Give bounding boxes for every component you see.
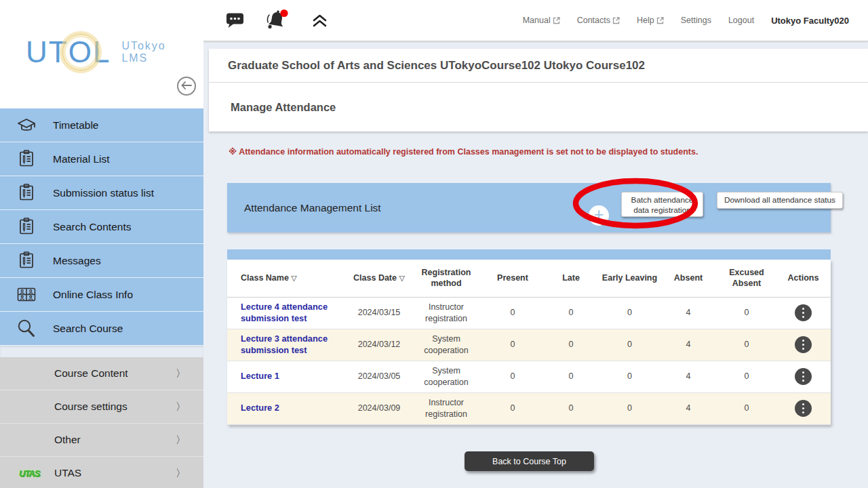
excused-absent-cell: 0 <box>717 329 776 361</box>
add-attendance-button[interactable]: + <box>589 205 609 226</box>
batch-attendance-registration-button[interactable]: Batch attendance data registration <box>621 192 703 217</box>
clipboard-icon <box>0 251 53 270</box>
sort-icon[interactable]: ▽ <box>399 274 404 282</box>
registration-method-cell: Instructor registration <box>409 392 484 424</box>
absent-cell: 4 <box>659 392 717 424</box>
sidebar-divider <box>0 346 203 357</box>
logo-text-o: O <box>68 35 93 69</box>
header-class-date[interactable]: Class Date ▽ <box>349 260 409 297</box>
external-link-icon <box>656 17 664 24</box>
sidebar-item-search-course[interactable]: Search Course <box>0 312 203 346</box>
class-date-cell: 2024/03/12 <box>349 329 409 361</box>
header-absent: Absent <box>659 260 717 297</box>
sidebar-item-submission-status-list[interactable]: Submission status list <box>0 176 203 210</box>
table-row: Lecture 4 attendance submission test 202… <box>227 297 831 329</box>
external-link-icon <box>612 17 620 24</box>
nav-manual-link[interactable]: Manual <box>523 16 560 25</box>
notifications-button[interactable] <box>264 9 292 32</box>
present-cell: 0 <box>484 361 542 392</box>
class-date-cell: 2024/03/05 <box>349 361 409 392</box>
class-date-cell: 2024/03/09 <box>349 392 409 424</box>
sidebar-item-label: Search Course <box>53 323 123 335</box>
main-area: Manual Contacts Help Settings Logout Uto… <box>203 0 868 488</box>
sidebar-item-label: Timetable <box>53 119 98 131</box>
sidebar-item-label: Online Class Info <box>53 289 133 301</box>
row-actions-button[interactable] <box>795 336 812 353</box>
class-name-link[interactable]: Lecture 4 attendance submission test <box>241 302 328 323</box>
back-to-course-top-button[interactable]: Back to Course Top <box>465 451 594 471</box>
chevron-right-icon: 〉 <box>176 467 186 480</box>
sidebar-item-material-list[interactable]: Material List <box>0 142 203 176</box>
video-grid-icon <box>0 287 53 302</box>
absent-cell: 4 <box>659 361 717 392</box>
header-early-leaving: Early Leaving <box>600 260 659 297</box>
sidebar-group-course-content[interactable]: Course Content 〉 <box>0 357 203 390</box>
late-cell: 0 <box>542 297 600 329</box>
header-class-name[interactable]: Class Name ▽ <box>227 260 349 297</box>
sidebar-group-other[interactable]: Other 〉 <box>0 424 203 457</box>
attendance-panel-header: Attendance Management List + Batch atten… <box>227 183 831 232</box>
logo-area: UTOL UTokyo LMS <box>0 0 203 108</box>
class-name-link[interactable]: Lecture 1 <box>241 371 279 381</box>
sidebar-item-label: Submission status list <box>53 187 154 199</box>
chevron-right-icon: 〉 <box>176 367 186 380</box>
class-date-cell: 2024/03/15 <box>349 297 409 329</box>
attendance-table: Class Name ▽ Class Date ▽ Registration m… <box>227 260 831 425</box>
clipboard-icon <box>0 184 53 202</box>
sidebar-item-search-contents[interactable]: Search Contents <box>0 210 203 244</box>
chevron-right-icon: 〉 <box>176 401 186 413</box>
table-row: Lecture 3 attendance submission test 202… <box>227 329 831 361</box>
bell-icon <box>264 9 292 32</box>
excused-absent-cell: 0 <box>717 297 776 329</box>
header-registration-method: Registration method <box>409 260 484 297</box>
present-cell: 0 <box>484 392 542 424</box>
download-all-attendance-button[interactable]: Download all attendance status <box>717 192 843 209</box>
user-name: Utokyo Faculty020 <box>771 16 849 26</box>
table-row: Lecture 2 2024/03/09 Instructor registra… <box>227 392 831 424</box>
late-cell: 0 <box>542 329 600 361</box>
sidebar-item-timetable[interactable]: Timetable <box>0 108 203 142</box>
registration-method-cell: System cooperation <box>409 329 484 361</box>
clipboard-icon <box>0 218 53 236</box>
sidebar-group-utas[interactable]: UTAS UTAS 〉 <box>0 457 203 488</box>
row-actions-button[interactable] <box>795 304 812 321</box>
row-actions-button[interactable] <box>795 368 812 385</box>
logo-tagline: UTokyo LMS <box>121 40 165 65</box>
messages-button[interactable] <box>226 12 244 29</box>
header-actions: Actions <box>776 260 831 297</box>
table-row: Lecture 1 2024/03/05 System cooperation … <box>227 361 831 392</box>
collapse-sidebar-button[interactable] <box>177 77 196 96</box>
table-header-row: Class Name ▽ Class Date ▽ Registration m… <box>227 260 831 297</box>
nav-logout-link[interactable]: Logout <box>728 16 754 25</box>
chevron-right-icon: 〉 <box>176 434 186 447</box>
sidebar-item-label: Search Contents <box>53 221 131 233</box>
sort-icon[interactable]: ▽ <box>291 274 296 282</box>
notification-badge <box>280 9 288 17</box>
early-leaving-cell: 0 <box>600 297 659 329</box>
class-name-link[interactable]: Lecture 3 attendance submission test <box>241 333 328 355</box>
external-link-icon <box>553 17 560 24</box>
title-card: Graduate School of Arts and Sciences UTo… <box>209 49 868 131</box>
search-icon <box>0 319 53 339</box>
early-leaving-cell: 0 <box>600 361 659 392</box>
present-cell: 0 <box>484 297 542 329</box>
late-cell: 0 <box>542 361 600 392</box>
panel-title: Attendance Management List <box>244 202 381 214</box>
excused-absent-cell: 0 <box>717 392 776 424</box>
sidebar-item-online-class-info[interactable]: Online Class Info <box>0 278 203 312</box>
sidebar-item-label: Messages <box>53 255 101 267</box>
early-leaving-cell: 0 <box>600 392 659 424</box>
sidebar-group-course-settings[interactable]: Course settings 〉 <box>0 390 203 424</box>
absent-cell: 4 <box>659 297 717 329</box>
early-leaving-cell: 0 <box>600 329 659 361</box>
sidebar-item-messages[interactable]: Messages <box>0 244 203 278</box>
header-late: Late <box>542 260 600 297</box>
nav-settings-link[interactable]: Settings <box>681 16 711 25</box>
collapse-topbar-button[interactable] <box>312 14 328 28</box>
nav-help-link[interactable]: Help <box>637 16 664 25</box>
utol-logo: UTOL UTokyo LMS <box>26 35 166 69</box>
row-actions-button[interactable] <box>795 400 812 417</box>
nav-contacts-link[interactable]: Contacts <box>577 16 620 25</box>
topbar: Manual Contacts Help Settings Logout Uto… <box>203 0 868 41</box>
class-name-link[interactable]: Lecture 2 <box>241 403 279 413</box>
